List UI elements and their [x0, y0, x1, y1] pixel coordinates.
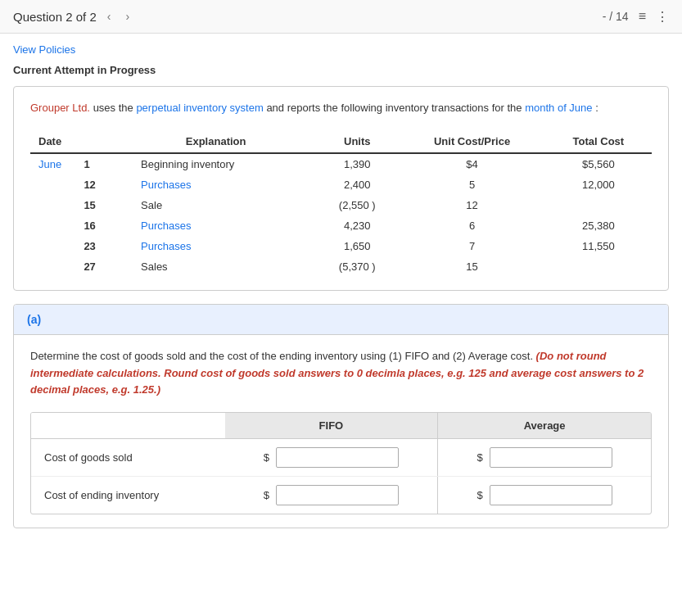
avg-dollar-sign: $: [477, 451, 483, 464]
avg-answer-input[interactable]: [490, 447, 612, 468]
date-month-cell: [30, 236, 82, 256]
fifo-answer-input[interactable]: [276, 485, 399, 505]
unit-cost-cell: 6: [399, 215, 544, 236]
average-input-cell[interactable]: $: [438, 439, 651, 477]
unit-cost-cell: 5: [399, 174, 544, 195]
intro-colon: :: [595, 102, 598, 114]
company-name: Grouper Ltd.: [30, 102, 90, 114]
intro-text-1: uses the: [93, 102, 137, 114]
units-cell: 1,650: [315, 236, 399, 256]
fifo-input-cell[interactable]: $: [225, 477, 438, 514]
unit-cost-cell: 7: [399, 236, 544, 256]
explanation-cell: Beginning inventory: [116, 153, 315, 174]
explanation-cell: Purchases: [116, 215, 315, 236]
date-month-cell: June: [30, 153, 82, 174]
total-cost-cell: [545, 256, 652, 277]
total-cost-cell: 11,550: [545, 236, 652, 256]
attempt-label: Current Attempt in Progress: [13, 64, 669, 76]
avg-dollar-sign: $: [477, 489, 483, 501]
explanation-cell: Sale: [116, 195, 315, 215]
list-icon[interactable]: ≡: [639, 9, 646, 24]
date-day-cell: 27: [82, 256, 116, 277]
date-day-cell: 23: [82, 236, 116, 256]
table-row: June1Beginning inventory1,390$4$5,560: [30, 153, 652, 174]
average-header: Average: [438, 413, 651, 439]
date-month-cell: [30, 256, 82, 277]
units-cell: (2,550 ): [315, 195, 399, 215]
next-arrow[interactable]: ›: [121, 8, 133, 25]
table-row: 12Purchases2,400512,000: [30, 174, 652, 195]
empty-header: [31, 413, 225, 439]
col-date: Date: [30, 130, 116, 153]
date-day-cell: 1: [82, 153, 116, 174]
main-content: View Policies Current Attempt in Progres…: [0, 34, 682, 551]
fifo-dollar-sign: $: [264, 489, 269, 501]
problem-card: Grouper Ltd. uses the perpetual inventor…: [13, 86, 669, 291]
date-day-cell: 12: [82, 174, 116, 195]
table-row: 27Sales(5,370 )15: [30, 256, 652, 277]
answer-table-wrapper: FIFO Average Cost of goods sold $ $ Cost…: [30, 412, 652, 514]
answer-table: FIFO Average Cost of goods sold $ $ Cost…: [31, 413, 651, 514]
page-header: Question 2 of 2 ‹ › - / 14 ≡ ⋮: [0, 0, 682, 34]
header-left: Question 2 of 2 ‹ ›: [13, 8, 133, 25]
average-input-cell[interactable]: $: [438, 477, 651, 514]
table-row: 23Purchases1,650711,550: [30, 236, 652, 256]
units-cell: 4,230: [315, 215, 399, 236]
col-unit-cost: Unit Cost/Price: [399, 130, 544, 153]
fifo-answer-input[interactable]: [276, 447, 399, 468]
table-row: 16Purchases4,230625,380: [30, 215, 652, 236]
problem-intro: Grouper Ltd. uses the perpetual inventor…: [30, 100, 652, 117]
table-row: 15Sale(2,550 )12: [30, 195, 652, 215]
col-explanation: Explanation: [116, 130, 315, 153]
answer-row-label: Cost of goods sold: [31, 439, 225, 477]
question-title: Question 2 of 2: [13, 10, 97, 24]
instruction-normal: Determine the cost of goods sold and the…: [30, 350, 536, 362]
date-day-cell: 15: [82, 195, 116, 215]
avg-answer-input[interactable]: [490, 485, 612, 505]
intro-perpetual: perpetual inventory system: [136, 102, 263, 114]
fifo-header: FIFO: [225, 413, 438, 439]
view-policies-link[interactable]: View Policies: [13, 43, 75, 56]
col-units: Units: [315, 130, 399, 153]
explanation-cell: Purchases: [116, 174, 315, 195]
section-a-header: (a): [14, 305, 668, 335]
fifo-input-cell[interactable]: $: [225, 439, 438, 477]
total-cost-cell: [545, 195, 652, 215]
total-cost-cell: 25,380: [545, 215, 652, 236]
date-day-cell: 16: [82, 215, 116, 236]
units-cell: (5,370 ): [315, 256, 399, 277]
more-options-icon[interactable]: ⋮: [656, 9, 669, 25]
intro-month: month of June: [525, 102, 592, 114]
unit-cost-cell: $4: [399, 153, 544, 174]
units-cell: 1,390: [315, 153, 399, 174]
intro-text-2: and reports the following inventory tran…: [266, 102, 525, 114]
total-cost-cell: $5,560: [545, 153, 652, 174]
prev-arrow[interactable]: ‹: [103, 8, 115, 25]
date-month-cell: [30, 215, 82, 236]
inventory-table: Date Explanation Units Unit Cost/Price T…: [30, 130, 652, 277]
section-a-label: (a): [27, 313, 41, 326]
fifo-dollar-sign: $: [264, 451, 269, 464]
explanation-cell: Sales: [116, 256, 315, 277]
answer-row-label: Cost of ending inventory: [31, 477, 225, 514]
unit-cost-cell: 15: [399, 256, 544, 277]
section-a-body: Determine the cost of goods sold and the…: [14, 335, 668, 528]
unit-cost-cell: 12: [399, 195, 544, 215]
units-cell: 2,400: [315, 174, 399, 195]
answer-row: Cost of goods sold $ $: [31, 439, 651, 477]
answer-row: Cost of ending inventory $ $: [31, 477, 651, 514]
explanation-cell: Purchases: [116, 236, 315, 256]
instruction-text: Determine the cost of goods sold and the…: [30, 348, 652, 399]
score-display: - / 14: [603, 10, 629, 23]
date-month-cell: [30, 195, 82, 215]
section-a: (a) Determine the cost of goods sold and…: [13, 304, 669, 528]
total-cost-cell: 12,000: [545, 174, 652, 195]
header-right: - / 14 ≡ ⋮: [603, 9, 669, 25]
col-total-cost: Total Cost: [545, 130, 652, 153]
date-month-cell: [30, 174, 82, 195]
